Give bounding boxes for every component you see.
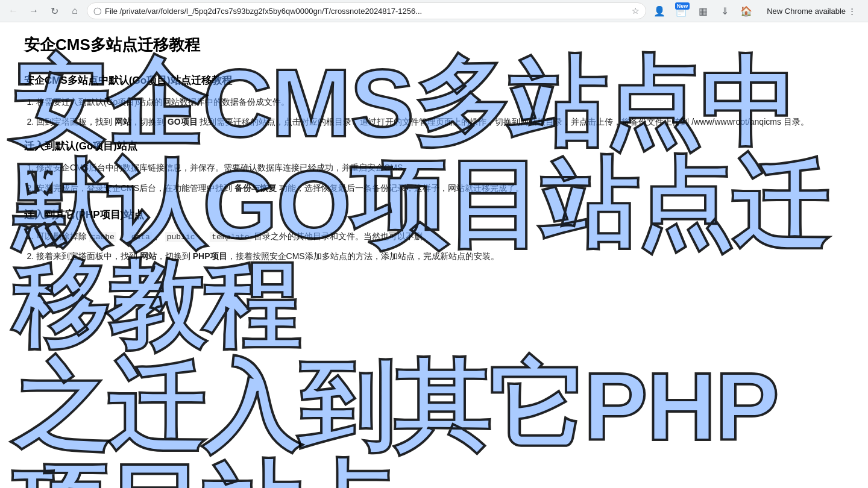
account-button[interactable]: 🏠 <box>737 1 756 20</box>
profile-button[interactable]: 👤 <box>650 1 669 20</box>
address-bar[interactable]: ◯ File /private/var/folders/l_/5pq2d7cs7… <box>87 2 646 19</box>
new-chrome-chevron: ⋮ <box>848 7 856 16</box>
reload-button[interactable]: ↻ <box>46 2 63 19</box>
section2-heading: 迁入到默认(Go项目)站点 <box>24 139 844 153</box>
section1-heading: 安企CMS多站点中默认(Go项目)站点迁移教程 <box>24 74 844 87</box>
back-button[interactable]: ← <box>5 2 22 19</box>
page-content: 安企CMS多站点迁移教程 安企CMS多站点中默认(Go项目)站点迁移教程 将需要… <box>0 22 868 488</box>
section3: 迁入到其它(PHP项目)站点 可以删除掉除 cache 、 data 、 pub… <box>24 208 844 264</box>
section3-heading: 迁入到其它(PHP项目)站点 <box>24 208 844 222</box>
section1: 安企CMS多站点中默认(Go项目)站点迁移教程 将需要迁入到默认(Go项目)站点… <box>24 74 844 130</box>
section1-content: 将需要迁入到默认(Go项目)站点的网站数据库中的数据备份成文件。 回到宝塔面板，… <box>24 95 844 130</box>
section2: 迁入到默认(Go项目)站点 修改安企CMS后台中的数据库链接信息，并保存。需要确… <box>24 139 844 195</box>
data-code: data <box>130 232 152 242</box>
toolbar-icons: 👤 📄 New ▦ ⇓ 🏠 <box>650 1 756 20</box>
section2-step2-item: 安装完成后，登录安企CMS后台，在功能管理中找到 备份与恢复 功能，选择恢复最后… <box>36 181 844 196</box>
step2-item: 回到宝塔面板，找到 网站，切换到 GO项目 找到需要迁移的站点，点击对应的根目录… <box>36 114 844 130</box>
page-title: 安企CMS多站点迁移教程 <box>24 34 844 55</box>
section3-step2-text: 接着来到宝塔面板中，找到 网站，切换到 PHP项目，接着按照安企CMS添加多站点… <box>36 251 499 261</box>
forward-button[interactable]: → <box>25 2 42 19</box>
cache-code: cache <box>89 232 116 242</box>
step2-text: 回到宝塔面板，找到 网站，切换到 GO项目 找到需要迁移的站点，点击对应的根目录… <box>36 117 809 127</box>
section3-step2-item: 接着来到宝塔面板中，找到 网站，切换到 PHP项目，接着按照安企CMS添加多站点… <box>36 249 844 264</box>
step1-item: 将需要迁入到默认(Go项目)站点的网站数据库中的数据备份成文件。 <box>36 95 844 110</box>
section3-content: 可以删除掉除 cache 、 data 、 public 、 template … <box>24 229 844 264</box>
template-code: template <box>210 232 251 242</box>
address-text: File /private/var/folders/l_/5pq2d7cs7s9… <box>105 7 628 16</box>
section2-step1-text: 修改安企CMS后台中的数据库链接信息，并保存。需要确认数据库连接已经成功，并重启… <box>36 163 411 172</box>
downloads-button[interactable]: ⇓ <box>715 1 734 20</box>
new-chrome-label: New Chrome available <box>767 7 846 16</box>
new-tab-button[interactable]: 📄 New <box>671 1 691 20</box>
new-badge: New <box>675 2 690 10</box>
step1-text: 将需要迁入到默认(Go项目)站点的网站数据库中的数据备份成文件。 <box>36 97 289 107</box>
section3-step1-item: 可以删除掉除 cache 、 data 、 public 、 template … <box>36 229 844 244</box>
new-chrome-button[interactable]: New Chrome available ⋮ <box>760 4 863 18</box>
section3-step1-text: 可以删除掉除 cache 、 data 、 public 、 template … <box>36 231 431 241</box>
extensions-button[interactable]: ▦ <box>693 1 712 20</box>
file-icon: ◯ <box>93 7 101 15</box>
section2-content: 修改安企CMS后台中的数据库链接信息，并保存。需要确认数据库连接已经成功，并重启… <box>24 160 844 195</box>
section2-step2-text: 安装完成后，登录安企CMS后台，在功能管理中找到 备份与恢复 功能，选择恢复最后… <box>36 183 524 193</box>
public-code: public <box>165 232 197 242</box>
bookmark-icon[interactable]: ☆ <box>632 6 640 16</box>
section2-step1-item: 修改安企CMS后台中的数据库链接信息，并保存。需要确认数据库连接已经成功，并重启… <box>36 160 844 175</box>
watermark-line3: 之迁入到其它PHP项目站点 <box>0 356 868 488</box>
home-button[interactable]: ⌂ <box>66 2 83 19</box>
browser-bar: ← → ↻ ⌂ ◯ File /private/var/folders/l_/5… <box>0 0 868 22</box>
